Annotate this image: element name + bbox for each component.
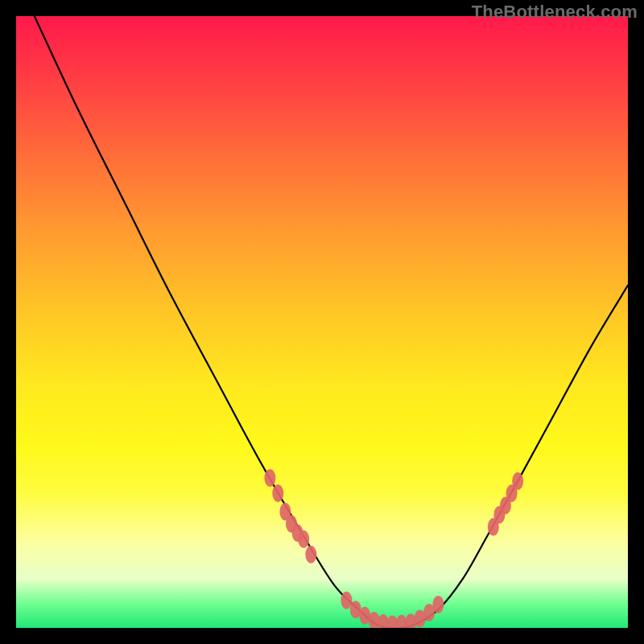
data-markers	[264, 469, 523, 628]
plot-area	[16, 16, 628, 628]
bottleneck-curve	[35, 16, 628, 628]
data-marker	[298, 530, 309, 548]
chart-frame: TheBottleneck.com	[0, 0, 644, 644]
data-marker	[512, 473, 523, 490]
watermark-text: TheBottleneck.com	[472, 2, 638, 23]
data-marker	[272, 485, 283, 502]
curve-layer	[16, 16, 628, 628]
data-marker	[264, 469, 275, 487]
data-marker	[305, 546, 316, 564]
data-marker	[432, 596, 444, 613]
